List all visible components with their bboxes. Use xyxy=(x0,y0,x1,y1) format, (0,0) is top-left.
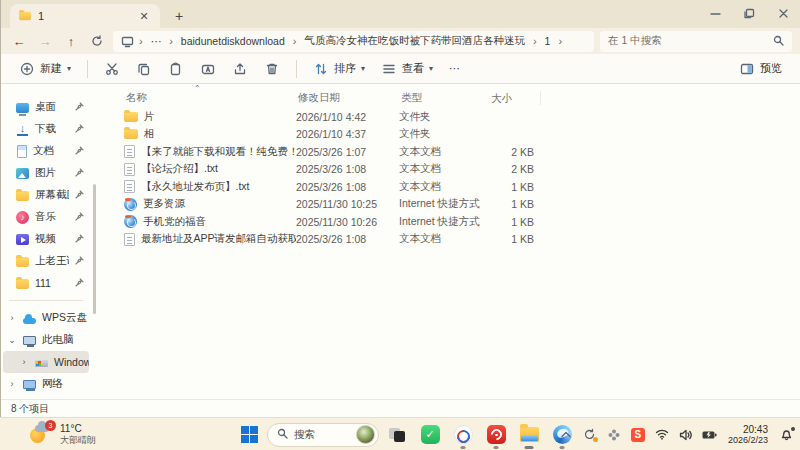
sogou-input-tray-icon[interactable]: S xyxy=(630,427,646,443)
pin-icon xyxy=(75,211,84,223)
chevron-right-icon[interactable]: › xyxy=(19,357,29,367)
file-name: 片 xyxy=(144,110,155,124)
sidebar-tree-item-Windows-SSD[interactable]: ›Windows-SSD xyxy=(3,351,89,373)
maximize-button[interactable] xyxy=(732,0,766,26)
file-name-cell: 【永久地址发布页】.txt xyxy=(124,180,296,194)
share-button[interactable] xyxy=(226,57,254,81)
notifications-bell-icon[interactable] xyxy=(778,427,794,443)
hidden-icons-chevron[interactable] xyxy=(558,427,574,443)
weather-widget[interactable]: 3 11°C 大部晴朗 xyxy=(30,423,96,445)
sidebar-item-label: 此电脑 xyxy=(42,333,74,347)
file-explorer-button[interactable] xyxy=(514,420,544,450)
volume-tray-icon[interactable] xyxy=(678,427,694,443)
minimize-button[interactable] xyxy=(698,0,732,26)
task-view-button[interactable] xyxy=(382,420,412,450)
sidebar-item-屏幕截图[interactable]: 屏幕截图 xyxy=(3,184,89,206)
breadcrumb-item[interactable]: baidunetdiskdownload xyxy=(177,34,289,48)
file-row[interactable]: 【论坛介绍】.txt2025/3/26 1:08文本文档2 KB xyxy=(124,161,800,179)
taskbar-clock[interactable]: 20:43 2026/2/23 xyxy=(728,424,768,446)
folder-icon xyxy=(124,129,138,139)
file-row[interactable]: 相2026/1/10 4:37文件夹 xyxy=(124,126,800,144)
sidebar-item-图片[interactable]: 图片 xyxy=(3,162,89,184)
wifi-tray-icon[interactable] xyxy=(654,427,670,443)
forward-button[interactable]: → xyxy=(35,31,55,51)
sort-button[interactable]: 排序 ▾ xyxy=(307,57,371,81)
back-button[interactable]: ← xyxy=(9,31,29,51)
sidebar-item-桌面[interactable]: 桌面 xyxy=(3,96,89,118)
column-header-0[interactable]: 名称 xyxy=(124,91,296,105)
tab-close-button[interactable]: ✕ xyxy=(136,8,152,24)
file-size-cell: 2 KB xyxy=(489,163,534,175)
taskbar-search-input[interactable]: 搜索 xyxy=(267,423,379,447)
explorer-search-input[interactable]: 在 1 中搜索 xyxy=(600,31,792,52)
music-app-button[interactable] xyxy=(481,420,511,450)
chevron-right-icon: › xyxy=(556,35,564,47)
txt-icon xyxy=(124,163,135,176)
breadcrumb[interactable]: › ⋯ › baidunetdiskdownload›气质高冷女神在吃饭时被下药… xyxy=(113,31,594,52)
link-icon xyxy=(124,198,137,211)
sidebar-item-音乐[interactable]: 音乐 xyxy=(3,206,89,228)
column-header-2[interactable]: 类型 xyxy=(399,91,489,105)
file-row[interactable]: 【来了就能下载和观看！纯免费！】.txt2025/3/26 1:07文本文档2 … xyxy=(124,143,800,161)
sidebar-tree-item-网络[interactable]: ›网络 xyxy=(3,373,89,395)
copy-button[interactable] xyxy=(130,57,158,81)
battery-tray-icon[interactable] xyxy=(702,427,718,443)
new-button[interactable]: 新建 ▾ xyxy=(13,57,77,81)
breadcrumb-item[interactable]: 1 xyxy=(541,34,555,48)
view-button[interactable]: 查看 ▾ xyxy=(375,57,439,81)
chevron-right-icon[interactable]: › xyxy=(7,313,17,323)
file-row[interactable]: 【永久地址发布页】.txt2025/3/26 1:08文本文档1 KB xyxy=(124,178,800,196)
sidebar-scrollbar[interactable] xyxy=(91,84,98,399)
search-highlight-image xyxy=(356,425,375,444)
battery-icon xyxy=(702,430,717,440)
chevron-right-icon: › xyxy=(291,35,299,47)
refresh-button[interactable] xyxy=(87,31,107,51)
file-row[interactable]: 手机党的福音2025/11/30 10:26Internet 快捷方式1 KB xyxy=(124,213,800,231)
breadcrumb-overflow-button[interactable]: ⋯ xyxy=(147,34,166,48)
sidebar-tree-item-此电脑[interactable]: ⌄此电脑 xyxy=(3,329,89,351)
file-type-cell: Internet 快捷方式 xyxy=(399,215,489,229)
baidu-netdisk-button[interactable] xyxy=(448,420,478,450)
cut-button[interactable] xyxy=(98,57,126,81)
sidebar-item-文档[interactable]: 文档 xyxy=(3,140,89,162)
more-options-button[interactable]: ⋯ xyxy=(443,58,466,79)
weather-condition: 大部晴朗 xyxy=(60,435,96,445)
file-row[interactable]: 更多资源2025/11/30 10:25Internet 快捷方式1 KB xyxy=(124,196,800,214)
link-icon xyxy=(124,215,137,228)
preview-toggle-button[interactable]: 预览 xyxy=(733,57,788,81)
status-bar: 8 个项目 xyxy=(1,399,800,417)
close-button[interactable] xyxy=(766,0,800,26)
file-name-cell: 手机党的福音 xyxy=(124,215,296,229)
start-button[interactable] xyxy=(234,420,264,450)
breadcrumb-item[interactable]: 气质高冷女神在吃饭时被下药带回酒店各种迷玩 xyxy=(300,33,529,49)
paste-button[interactable] xyxy=(162,57,190,81)
scrollbar-thumb[interactable] xyxy=(93,184,96,314)
pin-icon xyxy=(75,123,84,135)
file-row[interactable]: 最新地址及APP请发邮箱自动获取！！！.txt2025/3/26 1:08文本文… xyxy=(124,231,800,249)
column-header-3[interactable]: 大小 xyxy=(489,91,541,105)
sidebar-item-视频[interactable]: 视频 xyxy=(3,228,89,250)
sidebar-item-下载[interactable]: ↓下载 xyxy=(3,118,89,140)
sidebar-item-上老王论坛当[interactable]: 上老王论坛当 xyxy=(3,250,89,272)
chevron-right-icon[interactable]: › xyxy=(7,379,17,389)
delete-button[interactable] xyxy=(258,57,286,81)
up-button[interactable]: ↑ xyxy=(61,31,81,51)
explorer-tab[interactable]: 1 ✕ xyxy=(10,4,160,28)
rename-button[interactable] xyxy=(194,57,222,81)
sidebar-tree-item-WPS云盘[interactable]: ›WPS云盘 xyxy=(3,307,89,329)
new-tab-button[interactable]: + xyxy=(168,5,190,27)
column-header-1[interactable]: 修改日期 xyxy=(296,91,399,105)
pin-icon xyxy=(75,233,84,245)
folder-icon xyxy=(16,257,29,267)
file-name-cell: 【论坛介绍】.txt xyxy=(124,162,296,176)
sidebar-item-label: 图片 xyxy=(35,166,56,180)
green-app-button[interactable]: ✓ xyxy=(415,420,445,450)
sidebar-item-111[interactable]: 111 xyxy=(3,272,89,294)
window-controls xyxy=(698,0,800,28)
file-date-cell: 2025/11/30 10:25 xyxy=(296,198,399,210)
input-method-tray-icon[interactable] xyxy=(606,427,622,443)
sidebar-item-label: 屏幕截图 xyxy=(35,188,69,202)
chevron-down-icon[interactable]: ⌄ xyxy=(7,335,17,345)
file-row[interactable]: 片2026/1/10 4:42文件夹 xyxy=(124,108,800,126)
sync-tray-icon[interactable] xyxy=(582,427,598,443)
